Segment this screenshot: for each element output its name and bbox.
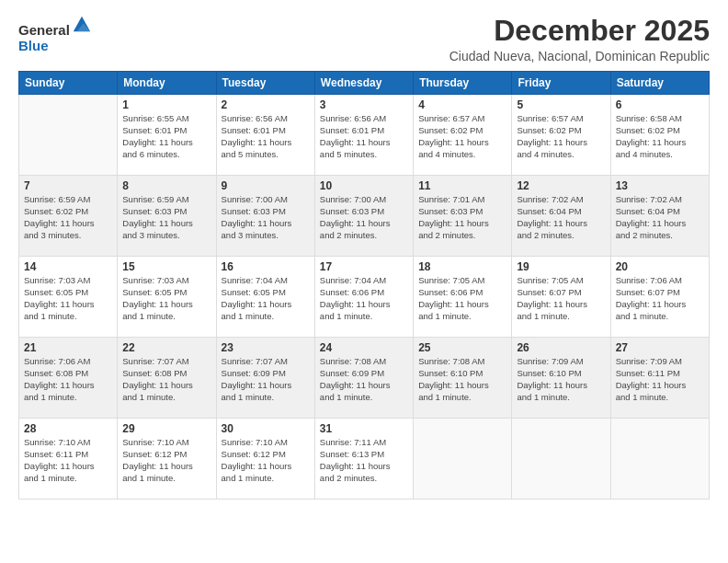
day-info: Sunrise: 7:02 AM Sunset: 6:04 PM Dayligh…	[517, 194, 605, 241]
day-number: 30	[222, 422, 310, 435]
calendar-day-cell: 16Sunrise: 7:04 AM Sunset: 6:05 PM Dayli…	[216, 257, 314, 338]
day-info: Sunrise: 7:09 AM Sunset: 6:10 PM Dayligh…	[517, 356, 605, 403]
calendar-day-cell: 10Sunrise: 7:00 AM Sunset: 6:03 PM Dayli…	[314, 176, 413, 257]
day-info: Sunrise: 6:56 AM Sunset: 6:01 PM Dayligh…	[222, 113, 310, 160]
calendar-day-cell: 5Sunrise: 6:57 AM Sunset: 6:02 PM Daylig…	[512, 95, 610, 176]
day-number: 23	[222, 341, 310, 354]
calendar-day-cell: 8Sunrise: 6:59 AM Sunset: 6:03 PM Daylig…	[118, 176, 216, 257]
location-title: Ciudad Nueva, Nacional, Dominican Republ…	[449, 49, 710, 63]
day-number: 26	[517, 341, 605, 354]
day-info: Sunrise: 7:10 AM Sunset: 6:12 PM Dayligh…	[122, 437, 210, 484]
day-number: 29	[122, 422, 210, 435]
logo: General Blue	[18, 15, 92, 53]
calendar-day-cell: 11Sunrise: 7:01 AM Sunset: 6:03 PM Dayli…	[414, 176, 512, 257]
calendar-day-cell: 4Sunrise: 6:57 AM Sunset: 6:02 PM Daylig…	[414, 95, 512, 176]
calendar-week-row: 1Sunrise: 6:55 AM Sunset: 6:01 PM Daylig…	[19, 95, 710, 176]
day-info: Sunrise: 7:07 AM Sunset: 6:08 PM Dayligh…	[122, 356, 210, 403]
day-number: 5	[517, 98, 605, 111]
calendar-day-cell: 31Sunrise: 7:11 AM Sunset: 6:13 PM Dayli…	[314, 419, 413, 500]
day-number: 22	[122, 341, 210, 354]
calendar-day-cell	[512, 419, 610, 500]
day-number: 8	[122, 179, 210, 192]
calendar-day-cell: 15Sunrise: 7:03 AM Sunset: 6:05 PM Dayli…	[118, 257, 216, 338]
day-number: 7	[24, 179, 112, 192]
logo-general-text: General	[18, 22, 70, 38]
calendar-header-monday: Monday	[118, 72, 216, 95]
day-info: Sunrise: 7:08 AM Sunset: 6:10 PM Dayligh…	[418, 356, 506, 403]
day-number: 16	[222, 260, 310, 273]
calendar-day-cell: 9Sunrise: 7:00 AM Sunset: 6:03 PM Daylig…	[216, 176, 314, 257]
logo-blue-text: Blue	[18, 38, 49, 53]
day-info: Sunrise: 7:05 AM Sunset: 6:07 PM Dayligh…	[517, 275, 605, 322]
logo-icon	[72, 15, 92, 35]
day-number: 2	[222, 98, 310, 111]
calendar-day-cell: 17Sunrise: 7:04 AM Sunset: 6:06 PM Dayli…	[314, 257, 413, 338]
calendar-header-wednesday: Wednesday	[314, 72, 413, 95]
day-info: Sunrise: 7:10 AM Sunset: 6:11 PM Dayligh…	[24, 437, 112, 484]
day-info: Sunrise: 7:01 AM Sunset: 6:03 PM Dayligh…	[418, 194, 506, 241]
calendar-header-tuesday: Tuesday	[216, 72, 314, 95]
day-number: 20	[616, 260, 704, 273]
day-info: Sunrise: 6:56 AM Sunset: 6:01 PM Dayligh…	[320, 113, 408, 160]
day-number: 10	[320, 179, 408, 192]
calendar-week-row: 28Sunrise: 7:10 AM Sunset: 6:11 PM Dayli…	[19, 419, 710, 500]
calendar-header-saturday: Saturday	[610, 72, 709, 95]
calendar-table: SundayMondayTuesdayWednesdayThursdayFrid…	[18, 71, 710, 500]
day-number: 12	[517, 179, 605, 192]
day-info: Sunrise: 7:11 AM Sunset: 6:13 PM Dayligh…	[320, 437, 408, 484]
day-number: 19	[517, 260, 605, 273]
calendar-day-cell: 19Sunrise: 7:05 AM Sunset: 6:07 PM Dayli…	[512, 257, 610, 338]
day-info: Sunrise: 7:07 AM Sunset: 6:09 PM Dayligh…	[222, 356, 310, 403]
calendar-day-cell: 2Sunrise: 6:56 AM Sunset: 6:01 PM Daylig…	[216, 95, 314, 176]
calendar-header-thursday: Thursday	[414, 72, 512, 95]
calendar-header-sunday: Sunday	[19, 72, 118, 95]
day-info: Sunrise: 7:03 AM Sunset: 6:05 PM Dayligh…	[122, 275, 210, 322]
day-number: 14	[24, 260, 112, 273]
day-info: Sunrise: 7:05 AM Sunset: 6:06 PM Dayligh…	[418, 275, 506, 322]
day-number: 3	[320, 98, 408, 111]
day-number: 1	[122, 98, 210, 111]
calendar-header-row: SundayMondayTuesdayWednesdayThursdayFrid…	[19, 72, 710, 95]
day-info: Sunrise: 7:00 AM Sunset: 6:03 PM Dayligh…	[320, 194, 408, 241]
day-number: 18	[418, 260, 506, 273]
calendar-day-cell: 7Sunrise: 6:59 AM Sunset: 6:02 PM Daylig…	[19, 176, 118, 257]
calendar-day-cell	[414, 419, 512, 500]
calendar-week-row: 14Sunrise: 7:03 AM Sunset: 6:05 PM Dayli…	[19, 257, 710, 338]
calendar-day-cell: 22Sunrise: 7:07 AM Sunset: 6:08 PM Dayli…	[118, 338, 216, 419]
day-number: 13	[616, 179, 704, 192]
calendar-day-cell: 26Sunrise: 7:09 AM Sunset: 6:10 PM Dayli…	[512, 338, 610, 419]
calendar-day-cell: 12Sunrise: 7:02 AM Sunset: 6:04 PM Dayli…	[512, 176, 610, 257]
day-number: 4	[418, 98, 506, 111]
day-info: Sunrise: 7:08 AM Sunset: 6:09 PM Dayligh…	[320, 356, 408, 403]
day-info: Sunrise: 7:06 AM Sunset: 6:07 PM Dayligh…	[616, 275, 704, 322]
header-row: General Blue December 2025 Ciudad Nueva,…	[18, 15, 710, 63]
day-info: Sunrise: 7:04 AM Sunset: 6:05 PM Dayligh…	[222, 275, 310, 322]
day-info: Sunrise: 6:59 AM Sunset: 6:02 PM Dayligh…	[24, 194, 112, 241]
calendar-day-cell: 25Sunrise: 7:08 AM Sunset: 6:10 PM Dayli…	[414, 338, 512, 419]
day-info: Sunrise: 6:55 AM Sunset: 6:01 PM Dayligh…	[122, 113, 210, 160]
day-number: 9	[222, 179, 310, 192]
calendar-day-cell: 14Sunrise: 7:03 AM Sunset: 6:05 PM Dayli…	[19, 257, 118, 338]
day-info: Sunrise: 7:03 AM Sunset: 6:05 PM Dayligh…	[24, 275, 112, 322]
day-info: Sunrise: 7:10 AM Sunset: 6:12 PM Dayligh…	[222, 437, 310, 484]
calendar-header-friday: Friday	[512, 72, 610, 95]
calendar-day-cell: 1Sunrise: 6:55 AM Sunset: 6:01 PM Daylig…	[118, 95, 216, 176]
calendar-day-cell: 28Sunrise: 7:10 AM Sunset: 6:11 PM Dayli…	[19, 419, 118, 500]
month-title: December 2025	[449, 15, 710, 47]
day-info: Sunrise: 6:58 AM Sunset: 6:02 PM Dayligh…	[616, 113, 704, 160]
day-number: 17	[320, 260, 408, 273]
day-number: 25	[418, 341, 506, 354]
day-number: 6	[616, 98, 704, 111]
calendar-day-cell	[610, 419, 709, 500]
day-info: Sunrise: 7:04 AM Sunset: 6:06 PM Dayligh…	[320, 275, 408, 322]
calendar-day-cell: 30Sunrise: 7:10 AM Sunset: 6:12 PM Dayli…	[216, 419, 314, 500]
title-section: December 2025 Ciudad Nueva, Nacional, Do…	[449, 15, 710, 63]
day-number: 28	[24, 422, 112, 435]
calendar-day-cell: 6Sunrise: 6:58 AM Sunset: 6:02 PM Daylig…	[610, 95, 709, 176]
day-number: 27	[616, 341, 704, 354]
day-number: 24	[320, 341, 408, 354]
day-info: Sunrise: 7:06 AM Sunset: 6:08 PM Dayligh…	[24, 356, 112, 403]
day-number: 11	[418, 179, 506, 192]
day-info: Sunrise: 7:00 AM Sunset: 6:03 PM Dayligh…	[222, 194, 310, 241]
day-info: Sunrise: 7:02 AM Sunset: 6:04 PM Dayligh…	[616, 194, 704, 241]
